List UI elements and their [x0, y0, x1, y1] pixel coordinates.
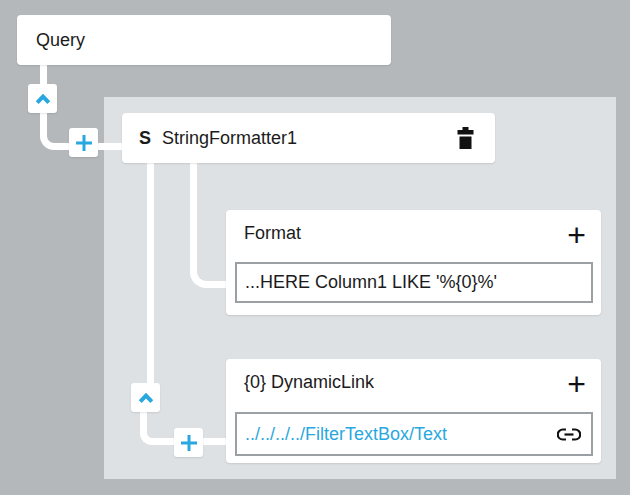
formatter-name: StringFormatter1 — [162, 128, 297, 149]
trash-icon — [455, 126, 476, 150]
connector-formatter-branch — [147, 160, 154, 386]
plus-icon — [74, 133, 94, 153]
format-value-field[interactable]: ...HERE Column1 LIKE '%{0}%' — [235, 262, 593, 303]
stringformatter-node[interactable]: S StringFormatter1 — [122, 113, 495, 163]
query-node[interactable]: Query — [17, 15, 391, 65]
format-value: ...HERE Column1 LIKE '%{0}%' — [245, 272, 497, 293]
chevron-up-icon — [138, 393, 154, 403]
dynamiclink-label: {0} DynamicLink — [244, 372, 374, 393]
link-icon[interactable] — [557, 428, 581, 441]
collapse-button-top[interactable] — [28, 84, 57, 113]
query-node-label: Query — [36, 30, 85, 51]
dynamiclink-card: {0} DynamicLink + ../../../../FilterText… — [226, 359, 601, 463]
collapse-button-bottom[interactable] — [131, 383, 160, 412]
dynamiclink-value: ../../../../FilterTextBox/Text — [245, 424, 447, 445]
chevron-up-icon — [35, 94, 51, 104]
dynamiclink-value-field[interactable]: ../../../../FilterTextBox/Text — [235, 412, 593, 456]
format-property-card: Format + ...HERE Column1 LIKE '%{0}%' — [226, 210, 601, 315]
formatter-type-badge: S — [139, 128, 151, 149]
format-label: Format — [244, 223, 301, 244]
connector-query-stem — [40, 62, 47, 86]
plus-icon — [179, 433, 199, 453]
add-node-button-bottom[interactable] — [174, 428, 203, 457]
add-node-button-top[interactable] — [69, 128, 98, 157]
format-add-button[interactable]: + — [567, 224, 586, 246]
delete-button[interactable] — [452, 125, 478, 151]
dynamiclink-add-button[interactable]: + — [567, 373, 586, 395]
